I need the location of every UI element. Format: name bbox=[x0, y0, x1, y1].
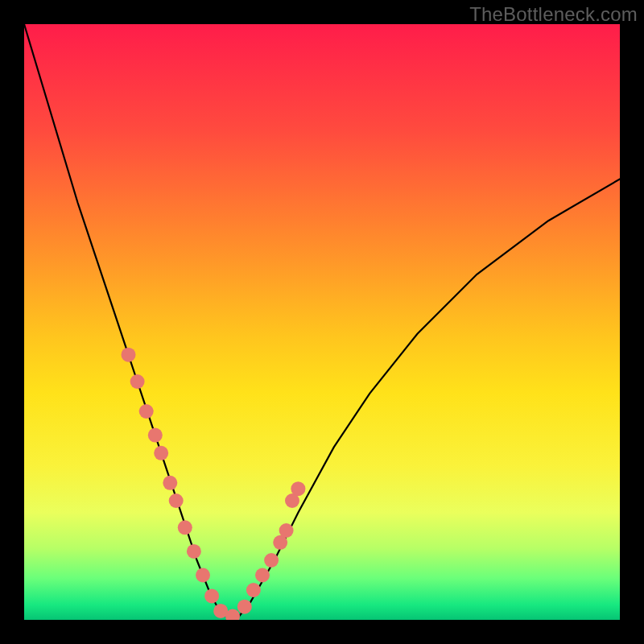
highlight-dot bbox=[163, 476, 177, 490]
chart-frame: TheBottleneck.com bbox=[0, 0, 644, 644]
highlight-dot bbox=[178, 520, 192, 535]
highlight-dot bbox=[148, 428, 163, 443]
highlight-dot bbox=[154, 446, 168, 460]
highlight-dot bbox=[291, 481, 305, 496]
plot-area bbox=[24, 24, 620, 620]
highlight-dots bbox=[122, 348, 306, 620]
highlight-dot bbox=[255, 568, 270, 583]
highlight-dot bbox=[237, 600, 252, 614]
bottleneck-curve bbox=[24, 24, 620, 617]
highlight-dot bbox=[246, 583, 261, 597]
highlight-dot bbox=[204, 588, 219, 603]
watermark-text: TheBottleneck.com bbox=[469, 3, 638, 26]
highlight-dot bbox=[130, 374, 145, 389]
highlight-dot bbox=[279, 523, 294, 538]
highlight-dot bbox=[264, 553, 279, 568]
highlight-dot bbox=[122, 348, 136, 362]
highlight-dot bbox=[139, 404, 154, 419]
highlight-dot bbox=[196, 568, 210, 583]
highlight-dot bbox=[169, 493, 184, 508]
highlight-dot bbox=[187, 544, 201, 559]
curve-layer bbox=[24, 24, 620, 620]
